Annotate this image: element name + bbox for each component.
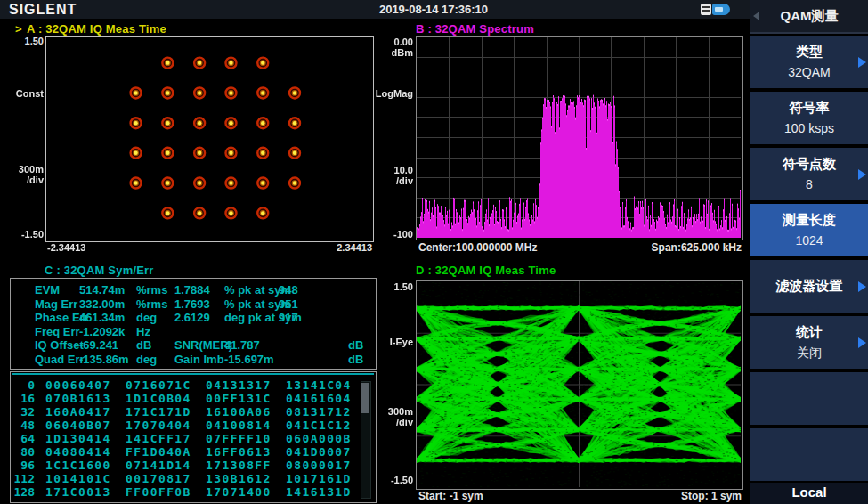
a-scale-label: 300m xyxy=(7,164,44,175)
a-y-min-label: -1.50 xyxy=(7,229,44,240)
metrics-cell: 332.00m xyxy=(79,297,125,311)
d-scale-label: 300m xyxy=(363,406,413,417)
metrics-cell: Gain Imb xyxy=(174,353,224,366)
sym-err-metrics-table: EVM514.74m%rms1.7884% pk at sym948Mag Er… xyxy=(10,278,377,370)
eye-diagram-plot xyxy=(416,280,743,490)
hex-divider xyxy=(12,373,374,375)
d-trace-format-label: I-Eye xyxy=(363,337,413,347)
softkey-menu: QAM测量 类型32QAM符号率100 ksps符号点数8测量长度1024滤波器… xyxy=(750,0,868,504)
hex-group: 06040B07 xyxy=(45,419,111,432)
hex-group: 060A000B xyxy=(286,432,352,445)
hex-row-index: 16 xyxy=(11,392,35,405)
local-button[interactable]: Local xyxy=(750,483,868,504)
sidebar-item-label: 统计 xyxy=(750,324,868,341)
metrics-cell: 514.74m xyxy=(79,283,125,297)
hex-group: 1D130414 xyxy=(45,432,111,445)
hex-row-index: 112 xyxy=(11,472,35,485)
metrics-row: Quad Err-135.86mdegGain Imb-15.697mdB xyxy=(11,353,376,366)
hex-group: 04100814 xyxy=(206,419,272,432)
hex-group: 1017161D xyxy=(286,472,352,485)
storage-icon-slot xyxy=(702,6,710,8)
hex-group: 1D1C0B04 xyxy=(126,392,191,405)
sidebar-item-empty-6 xyxy=(750,372,868,425)
d-scale-unit-label: /div xyxy=(363,417,413,427)
hex-group: 04131317 xyxy=(206,378,272,392)
b-span-label: Span:625.000 kHz xyxy=(579,241,742,254)
menu-header-label: QAM测量 xyxy=(781,8,839,23)
sidebar-item-value: 8 xyxy=(750,177,868,191)
sidebar-item-empty-7 xyxy=(750,428,868,481)
constellation-plot xyxy=(45,36,374,242)
hex-row-index: 48 xyxy=(11,419,35,432)
hex-row-index: 64 xyxy=(11,432,35,445)
submenu-arrow-icon xyxy=(858,337,866,348)
sidebar-item-menu-4[interactable]: 滤波器设置 xyxy=(750,260,868,313)
hex-row: 32160A0417171C171D16100A0608131712 xyxy=(11,405,376,419)
d-y-min-label: -1.50 xyxy=(363,475,413,485)
panel-d-title: D : 32QAM IQ Meas Time xyxy=(416,264,556,277)
sidebar-item-menu-2[interactable]: 符号点数8 xyxy=(750,148,868,200)
b-scale-unit-label: /div xyxy=(363,175,413,186)
metrics-cell: -1.2092k xyxy=(79,325,125,338)
hex-group: 08131712 xyxy=(286,405,352,419)
sidebar-item-label: 滤波器设置 xyxy=(750,278,868,295)
metrics-cell: -15.697m xyxy=(224,353,274,366)
metrics-cell: %rms xyxy=(136,297,167,311)
eye-diagram-canvas xyxy=(417,281,741,487)
submenu-arrow-icon xyxy=(858,169,866,180)
hex-row: 8004080414FF1D040A16FF0613041D0007 xyxy=(11,445,376,459)
hex-row: 0000604070716071C0413131713141C04 xyxy=(11,378,376,392)
metrics-cell: Mag Err xyxy=(35,297,77,311)
d-start-label: Start: -1 sym xyxy=(418,490,483,502)
hex-group: 070B1613 xyxy=(45,392,111,405)
hex-group: 00FF131C xyxy=(206,392,272,405)
sidebar-item-menu-1[interactable]: 符号率100 ksps xyxy=(750,92,868,144)
hex-row-index: 32 xyxy=(11,405,35,419)
hex-row-index: 0 xyxy=(11,378,35,392)
usb-icon xyxy=(712,4,730,15)
metrics-cell: 951 xyxy=(279,297,298,311)
metrics-cell: 2.6129 xyxy=(174,311,210,324)
local-button-label: Local xyxy=(791,484,826,500)
metrics-cell: -69.241 xyxy=(79,338,118,352)
metrics-cell: 1.7693 xyxy=(174,297,210,311)
a-scale-unit-label: /div xyxy=(7,175,44,185)
sidebar-item-menu-3[interactable]: 测量长度1024 xyxy=(750,204,868,256)
b-y-min-label: -100 xyxy=(363,229,413,240)
hex-group: 171308FF xyxy=(206,459,272,472)
hex-group: 08000017 xyxy=(286,459,352,472)
hex-group: FF00FF0B xyxy=(126,485,191,499)
d-y-max-label: 1.50 xyxy=(363,281,413,292)
hex-group: 13141C04 xyxy=(286,378,352,392)
sidebar-item-menu-0[interactable]: 类型32QAM xyxy=(750,36,868,88)
hex-group: 160A0417 xyxy=(45,405,111,419)
submenu-arrow-icon xyxy=(858,281,866,292)
hex-group: FF1D040A xyxy=(126,445,191,459)
hex-group: 17070404 xyxy=(126,419,191,432)
metrics-cell: 1.7884 xyxy=(174,283,210,297)
hex-group: 17071400 xyxy=(206,485,272,499)
hex-group: 0716071C xyxy=(126,378,191,392)
sidebar-item-value: 1024 xyxy=(750,233,868,248)
constellation-canvas xyxy=(46,37,371,240)
panel-c-title: C : 32QAM Sym/Err xyxy=(45,264,154,277)
metrics-cell: Quad Err xyxy=(35,353,85,366)
sidebar-item-label: 类型 xyxy=(750,44,868,61)
metrics-cell: IQ Offset xyxy=(35,338,84,352)
a-x-min-label: -2.34413 xyxy=(47,242,85,253)
hex-row: 4806040B071707040404100814041C1C12 xyxy=(11,419,376,432)
menu-header[interactable]: QAM测量 xyxy=(750,0,868,34)
hex-group: 171C171D xyxy=(126,405,191,419)
b-ref-unit-label: dBm xyxy=(363,47,413,58)
metrics-cell: deg xyxy=(136,311,157,324)
hex-row-index: 96 xyxy=(11,459,35,472)
hex-group: 00170817 xyxy=(126,472,191,485)
sidebar-item-menu-5[interactable]: 统计关闭 xyxy=(750,316,868,369)
hex-group: 041D0007 xyxy=(286,445,352,459)
hex-group: 16100A06 xyxy=(206,405,272,419)
metrics-cell: EVM xyxy=(35,283,60,297)
metrics-row: EVM514.74m%rms1.7884% pk at sym948 xyxy=(11,283,376,297)
metrics-cell: %rms xyxy=(136,283,167,297)
b-scale-label: 10.0 xyxy=(363,165,413,175)
a-y-max-label: 1.50 xyxy=(7,36,44,46)
